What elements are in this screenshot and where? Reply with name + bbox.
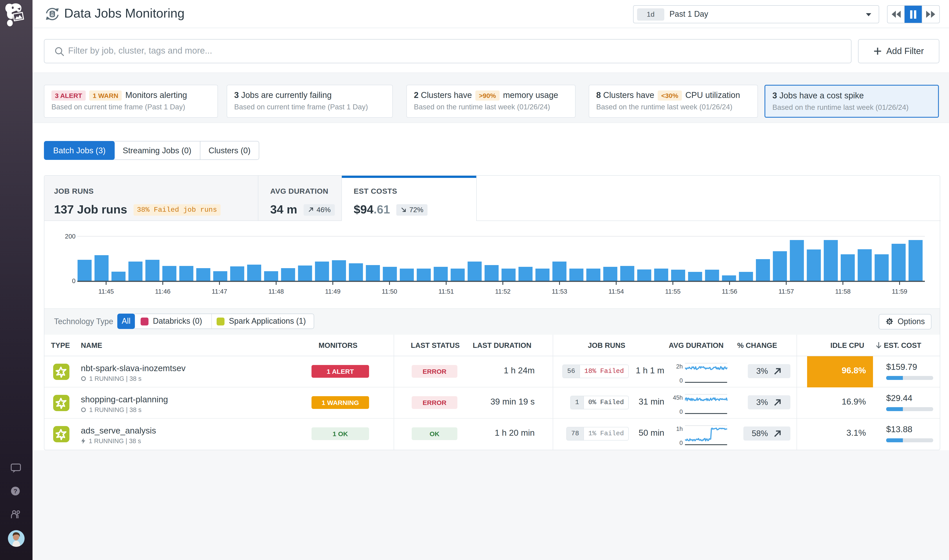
svg-text:11:54: 11:54 (609, 288, 624, 295)
svg-text:11:58: 11:58 (835, 288, 850, 295)
svg-text:11:59: 11:59 (892, 288, 907, 295)
svg-text:11:45: 11:45 (99, 288, 114, 295)
svg-text:11:51: 11:51 (439, 288, 454, 295)
svg-text:11:55: 11:55 (665, 288, 681, 295)
svg-text:11:53: 11:53 (552, 288, 567, 295)
svg-text:11:56: 11:56 (722, 288, 737, 295)
svg-text:11:57: 11:57 (778, 288, 794, 295)
svg-text:11:52: 11:52 (495, 288, 510, 295)
svg-text:11:48: 11:48 (268, 288, 284, 295)
svg-text:11:47: 11:47 (212, 288, 227, 295)
svg-text:?: ? (13, 488, 17, 495)
svg-text:200: 200 (65, 233, 75, 240)
svg-text:11:46: 11:46 (155, 288, 171, 295)
svg-text:0: 0 (72, 277, 75, 285)
svg-text:11:50: 11:50 (382, 288, 397, 295)
svg-text:11:49: 11:49 (325, 288, 340, 295)
